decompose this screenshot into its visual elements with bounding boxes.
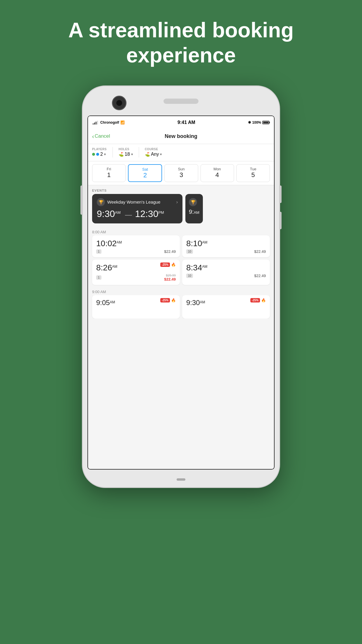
page-title: New booking [165, 133, 197, 139]
discount-badge-905: -25% [160, 298, 170, 302]
event-title-row-1: 🏆 Weekday Women's League [97, 198, 160, 206]
date-day-sat: Sat [130, 167, 160, 172]
slot-price-810: $22.49 [254, 249, 266, 254]
phone-body: Chronogolf 📶 9:41 AM ✱ 100% [82, 85, 280, 488]
back-chevron-icon: ‹ [92, 133, 94, 140]
event-start-time: 9:30AM [97, 209, 123, 219]
slot-834am[interactable]: 8:34AM 10 $22.49 [182, 260, 270, 285]
event-card-2-partial[interactable]: 🏆 9:AM [185, 194, 203, 223]
trophy-icon-1: 🏆 [97, 198, 105, 206]
slot-1002am[interactable]: 10:02AM 1 $22.49 [92, 235, 180, 257]
filter-divider-1 [113, 147, 113, 158]
golf-pin-icon: ⛳ [119, 152, 124, 157]
event-time-partial: 9:AM [189, 209, 199, 215]
battery-percent: 100% [252, 120, 261, 125]
course-value: Any [151, 152, 159, 157]
status-right: ✱ 100% [248, 120, 269, 125]
date-tue-5[interactable]: Tue 5 [236, 164, 270, 182]
event-end-time: 12:30PM [135, 209, 164, 219]
course-chevron-icon: ▾ [160, 152, 162, 156]
players-filter[interactable]: PLAYERS 2 ▾ [92, 148, 107, 157]
date-sun-3[interactable]: Sun 3 [164, 164, 198, 182]
course-label: COURSE [145, 148, 162, 151]
slot-footer-810: 10 $22.49 [186, 249, 266, 254]
date-day-tue: Tue [238, 167, 268, 171]
earpiece [164, 99, 198, 104]
player-dot-2 [96, 153, 99, 156]
slot-930am[interactable]: -25% 🔥 9:30AM [182, 295, 270, 318]
signal-bar-3 [96, 122, 96, 125]
wifi-icon: 📶 [120, 120, 125, 125]
slot-badge-810: 10 [186, 249, 193, 254]
signal-bar-1 [93, 123, 94, 125]
players-count: 2 [100, 152, 103, 157]
status-left: Chronogolf 📶 [93, 120, 125, 125]
event-time-1: 9:30AM — 12:30PM [97, 209, 178, 219]
date-fri-1[interactable]: Fri 1 [92, 164, 126, 182]
slot-time-834: 8:34AM [186, 263, 266, 272]
slot-badge-1002: 1 [96, 249, 101, 254]
course-value-row: ⛳ Any ▾ [145, 152, 162, 157]
fire-icon-905: 🔥 [171, 298, 176, 302]
slot-footer-826: 1 $29.99 $22.49 [96, 274, 176, 281]
date-selector: Fri 1 Sat 2 Sun 3 Mon 4 [88, 161, 274, 185]
event-card-1[interactable]: 🏆 Weekday Women's League › 9:30AM — [92, 194, 182, 223]
date-sat-2[interactable]: Sat 2 [128, 164, 162, 182]
date-num-fri: 1 [94, 171, 124, 179]
signal-bar-2 [94, 123, 95, 125]
slot-810am[interactable]: 8:10AM 10 $22.49 [182, 235, 270, 257]
slot-price-1002: $22.49 [164, 249, 176, 254]
nav-bar: ‹ Cancel New booking [88, 129, 274, 144]
date-day-mon: Mon [202, 167, 233, 171]
bluetooth-icon: ✱ [248, 120, 251, 125]
events-section-header: EVENTS [88, 185, 274, 194]
date-num-sat: 2 [130, 172, 160, 179]
trophy-icon-2: 🏆 [189, 198, 197, 206]
course-filter[interactable]: COURSE ⛳ Any ▾ [145, 148, 162, 157]
slot-badge-826: 1 [96, 275, 101, 280]
front-camera [112, 96, 126, 110]
events-scroll: 🏆 Weekday Women's League › 9:30AM — [88, 194, 274, 228]
discount-badge-930: -25% [250, 298, 260, 302]
original-price-826: $29.99 [164, 274, 176, 277]
slot-footer-834: 10 $22.49 [186, 274, 266, 278]
battery-indicator [262, 121, 269, 124]
carrier-name: Chronogolf [100, 120, 119, 125]
player-dot-1 [92, 153, 95, 156]
cancel-button[interactable]: ‹ Cancel [92, 133, 110, 140]
holes-count: 18 [125, 152, 130, 157]
status-bar: Chronogolf 📶 9:41 AM ✱ 100% [88, 116, 274, 129]
cancel-label: Cancel [95, 133, 110, 139]
discounted-price-826: $22.49 [164, 277, 176, 281]
content-area: EVENTS 🏆 Weekday Women's League › [88, 185, 274, 318]
signal-bar-4 [97, 121, 98, 125]
date-num-mon: 4 [202, 171, 233, 179]
date-day-fri: Fri [94, 167, 124, 171]
phone-screen: Chronogolf 📶 9:41 AM ✱ 100% [87, 116, 275, 470]
slot-discount-826: -25% 🔥 [160, 262, 176, 267]
signal-bars [93, 120, 98, 125]
slot-discount-930: -25% 🔥 [250, 298, 266, 302]
slot-905am[interactable]: -25% 🔥 9:05AM [92, 295, 180, 318]
slot-826am[interactable]: -25% 🔥 8:26AM 1 $29.99 $22.49 [92, 260, 180, 285]
holes-value-row: ⛳ 18 ▾ [119, 152, 133, 157]
holes-label: HOLES [119, 148, 133, 151]
time-group-9am: 9:00 AM [88, 287, 274, 295]
slot-price-col-826: $29.99 $22.49 [164, 274, 176, 281]
event-name-1: Weekday Women's League [107, 200, 160, 204]
date-mon-4[interactable]: Mon 4 [201, 164, 234, 182]
holes-filter[interactable]: HOLES ⛳ 18 ▾ [119, 148, 133, 157]
home-button [177, 478, 185, 481]
event-icon-partial: 🏆 [189, 198, 199, 206]
fire-icon-930: 🔥 [261, 298, 266, 302]
players-value-row: 2 ▾ [92, 152, 107, 157]
slot-badge-834: 10 [186, 274, 193, 278]
filters-row: PLAYERS 2 ▾ HOLES ⛳ 18 [88, 144, 274, 161]
event-time-dash: — [125, 211, 132, 218]
time-group-8am: 8:00 AM [88, 228, 274, 235]
power-button [279, 186, 282, 203]
players-label: PLAYERS [92, 148, 107, 151]
slot-price-834: $22.49 [254, 274, 266, 278]
filter-divider-2 [139, 147, 139, 158]
slots-grid-9am: -25% 🔥 9:05AM -25% 🔥 [88, 295, 274, 318]
